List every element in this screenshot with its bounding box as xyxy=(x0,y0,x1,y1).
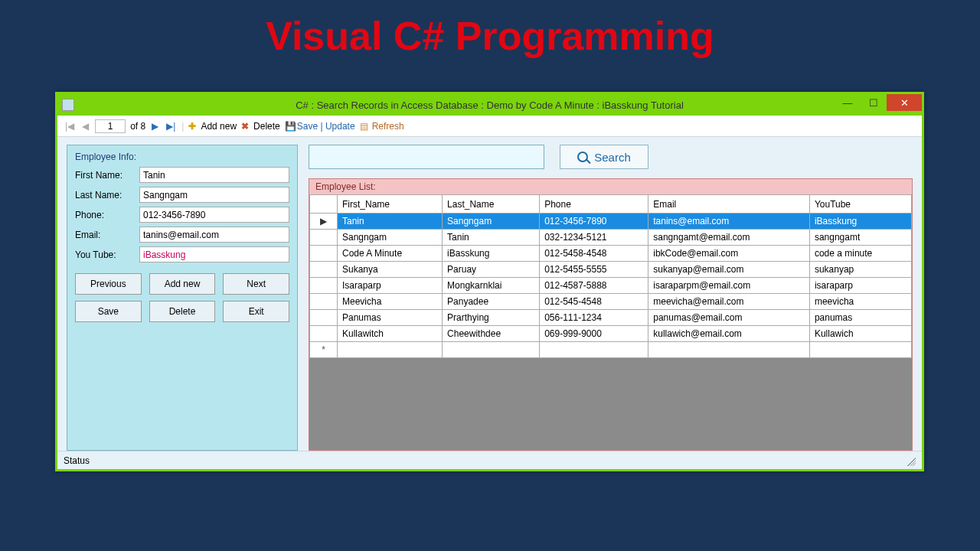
binding-navigator: |◀ ◀ of 8 ▶ ▶| | ✚ Add new ✖ Delete 💾 Sa… xyxy=(57,116,922,137)
grid-cell[interactable]: Kullawitch xyxy=(338,326,443,342)
grid-cell[interactable]: meevicha@email.com xyxy=(648,294,810,310)
grid-column-header[interactable]: Phone xyxy=(540,195,648,214)
grid-cell[interactable]: 012-5455-5555 xyxy=(540,262,648,278)
firstname-input[interactable] xyxy=(139,167,289,183)
grid-cell[interactable]: code a minute xyxy=(809,246,911,262)
row-indicator[interactable] xyxy=(310,310,338,326)
grid-cell[interactable]: Sangngam xyxy=(443,214,540,230)
grid-cell[interactable]: iBasskung xyxy=(809,214,911,230)
row-indicator[interactable]: ▶ xyxy=(310,214,338,230)
grid-cell[interactable] xyxy=(338,342,443,358)
grid-column-header[interactable]: Email xyxy=(648,195,810,214)
grid-cell[interactable]: 012-5458-4548 xyxy=(540,246,648,262)
search-input[interactable] xyxy=(309,145,544,169)
grid-cell[interactable]: Tanin xyxy=(338,214,443,230)
grid-cell[interactable]: sukanyap@email.com xyxy=(648,262,810,278)
row-indicator[interactable] xyxy=(310,262,338,278)
resize-grip[interactable] xyxy=(905,455,916,466)
table-row[interactable]: KullawitchCheewithdee069-999-9000kullawi… xyxy=(310,326,912,342)
toolbar-addnew-button[interactable]: ✚ Add new xyxy=(188,121,237,132)
maximize-button[interactable]: ☐ xyxy=(861,94,887,111)
grid-cell[interactable] xyxy=(540,342,648,358)
grid-cell[interactable] xyxy=(443,342,540,358)
previous-button[interactable]: Previous xyxy=(75,273,142,295)
youtube-input[interactable] xyxy=(139,246,289,262)
grid-cell[interactable] xyxy=(809,342,911,358)
grid-cell[interactable]: Panyadee xyxy=(443,294,540,310)
exit-button[interactable]: Exit xyxy=(223,301,289,322)
grid-cell[interactable]: Sangngam xyxy=(338,230,443,246)
grid-cell[interactable]: 032-1234-5121 xyxy=(540,230,648,246)
grid-rowheader-corner[interactable] xyxy=(310,195,338,214)
grid-cell[interactable]: kullawich@email.com xyxy=(648,326,810,342)
grid-column-header[interactable]: First_Name xyxy=(338,195,443,214)
grid-cell[interactable] xyxy=(648,342,810,358)
status-text: Status xyxy=(64,455,90,466)
table-row[interactable]: MeevichaPanyadee012-545-4548meevicha@ema… xyxy=(310,294,912,310)
close-button[interactable]: ✕ xyxy=(887,94,922,111)
grid-cell[interactable]: Tanin xyxy=(443,230,540,246)
row-indicator[interactable] xyxy=(310,246,338,262)
grid-cell[interactable]: iBasskung xyxy=(443,246,540,262)
grid-cell[interactable]: 012-3456-7890 xyxy=(540,214,648,230)
next-button[interactable]: Next xyxy=(223,273,289,295)
table-row-new[interactable]: * xyxy=(310,342,912,358)
addnew-button[interactable]: Add new xyxy=(149,273,216,295)
table-row[interactable]: PanumasPrarthying056-111-1234panumas@ema… xyxy=(310,310,912,326)
grid-cell[interactable]: Kullawich xyxy=(809,326,911,342)
titlebar[interactable]: C# : Search Records in Access Database :… xyxy=(57,94,922,116)
grid-cell[interactable]: sangngamt xyxy=(809,230,911,246)
nav-first-icon[interactable]: |◀ xyxy=(64,121,76,132)
nav-next-icon[interactable]: ▶ xyxy=(150,121,160,132)
grid-cell[interactable]: isaraparp xyxy=(809,278,911,294)
email-input[interactable] xyxy=(139,227,289,243)
table-row[interactable]: SangngamTanin032-1234-5121sangngamt@emai… xyxy=(310,230,912,246)
search-button[interactable]: Search xyxy=(560,145,648,169)
toolbar-refresh-button[interactable]: ▤ Refresh xyxy=(360,121,404,132)
table-row[interactable]: ▶TaninSangngam012-3456-7890tanins@email.… xyxy=(310,214,912,230)
grid-cell[interactable]: meevicha xyxy=(809,294,911,310)
grid-cell[interactable]: panumas xyxy=(809,310,911,326)
lastname-input[interactable] xyxy=(139,187,289,203)
grid-cell[interactable]: Paruay xyxy=(443,262,540,278)
grid-cell[interactable]: sukanyap xyxy=(809,262,911,278)
minimize-button[interactable]: — xyxy=(835,94,861,111)
grid-cell[interactable]: Panumas xyxy=(338,310,443,326)
grid-cell[interactable]: Isaraparp xyxy=(338,278,443,294)
nav-last-icon[interactable]: ▶| xyxy=(165,121,177,132)
grid-cell[interactable]: Sukanya xyxy=(338,262,443,278)
grid-cell[interactable]: panumas@email.com xyxy=(648,310,810,326)
grid-cell[interactable]: sangngamt@email.com xyxy=(648,230,810,246)
nav-prev-icon[interactable]: ◀ xyxy=(80,121,90,132)
grid-column-header[interactable]: Last_Name xyxy=(443,195,540,214)
row-indicator[interactable] xyxy=(310,326,338,342)
grid-cell[interactable]: 012-4587-5888 xyxy=(540,278,648,294)
grid-cell[interactable]: Meevicha xyxy=(338,294,443,310)
table-row[interactable]: Code A MinuteiBasskung012-5458-4548ibkCo… xyxy=(310,246,912,262)
nav-position-input[interactable] xyxy=(95,119,126,133)
save-button[interactable]: Save xyxy=(75,301,142,322)
grid-cell[interactable]: ibkCode@email.com xyxy=(648,246,810,262)
toolbar-delete-button[interactable]: ✖ Delete xyxy=(241,121,280,132)
table-row[interactable]: IsaraparpMongkarnklai012-4587-5888isarap… xyxy=(310,278,912,294)
row-indicator[interactable] xyxy=(310,230,338,246)
phone-input[interactable] xyxy=(139,207,289,223)
toolbar-save-button[interactable]: 💾 Save | Update xyxy=(285,121,355,132)
grid-cell[interactable]: Cheewithdee xyxy=(443,326,540,342)
row-indicator[interactable] xyxy=(310,294,338,310)
grid-cell[interactable]: Mongkarnklai xyxy=(443,278,540,294)
grid-cell[interactable]: 056-111-1234 xyxy=(540,310,648,326)
grid-cell[interactable]: Code A Minute xyxy=(338,246,443,262)
table-row[interactable]: SukanyaParuay012-5455-5555sukanyap@email… xyxy=(310,262,912,278)
grid-cell[interactable]: tanins@email.com xyxy=(648,214,810,230)
row-indicator[interactable]: * xyxy=(310,342,338,358)
employee-grid[interactable]: First_NameLast_NamePhoneEmailYouTube ▶Ta… xyxy=(309,194,912,358)
grid-cell[interactable]: 012-545-4548 xyxy=(540,294,648,310)
grid-column-header[interactable]: YouTube xyxy=(809,195,911,214)
grid-cell[interactable]: 069-999-9000 xyxy=(540,326,648,342)
delete-button[interactable]: Delete xyxy=(149,301,216,322)
grid-cell[interactable]: isaraparpm@email.com xyxy=(648,278,810,294)
app-icon xyxy=(62,99,74,111)
grid-cell[interactable]: Prarthying xyxy=(443,310,540,326)
row-indicator[interactable] xyxy=(310,278,338,294)
